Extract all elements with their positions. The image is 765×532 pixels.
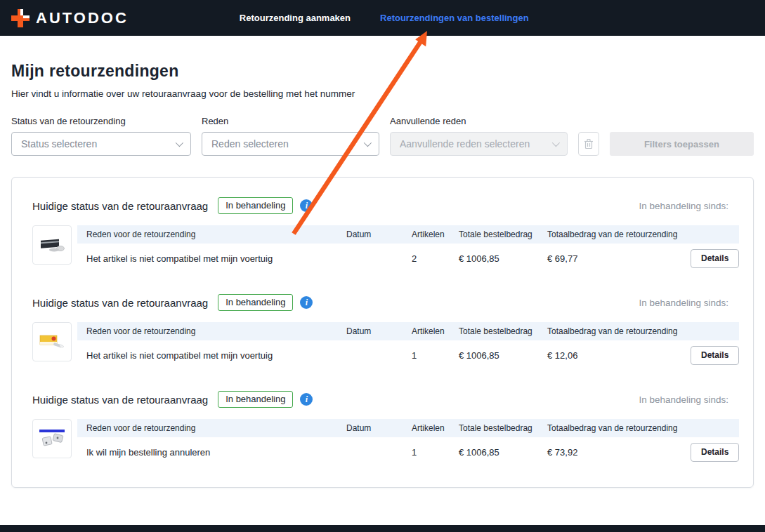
order-total-value: € 1006,85	[459, 447, 547, 458]
col-articles: Artikelen	[412, 423, 459, 433]
return-table-row: Het artikel is niet compatibel met mijn …	[77, 244, 739, 273]
status-label: Huidige status van de retouraanvraag	[32, 297, 208, 309]
since-label: In behandeling sinds:	[639, 394, 728, 405]
filter-group-status: Status van de retourzending Status selec…	[11, 116, 191, 156]
reason-value: Het artikel is niet compatibel met mijn …	[77, 253, 346, 264]
return-total-value: € 73,92	[547, 447, 691, 458]
reason-value: Het artikel is niet compatibel met mijn …	[77, 350, 346, 361]
top-header-bar: AUTODOC Retourzending aanmaken Retourzen…	[0, 0, 765, 36]
status-filter-label: Status van de retourzending	[11, 116, 191, 126]
nav-link-returns-of-orders[interactable]: Retourzendingen van bestellingen	[380, 13, 529, 23]
autodoc-plus-icon	[11, 9, 30, 27]
returns-list-card: Huidige status van de retouraanvraag In …	[11, 177, 754, 488]
reason-value: Ik wil mijn bestelling annuleren	[77, 447, 346, 458]
details-button[interactable]: Details	[691, 443, 739, 462]
return-entry-header: Huidige status van de retouraanvraag In …	[32, 197, 753, 214]
chevron-down-icon	[176, 139, 183, 147]
chevron-down-icon	[364, 139, 372, 147]
reason-select-value: Reden selecteren	[211, 138, 289, 149]
reason-select[interactable]: Reden selecteren	[202, 132, 379, 156]
product-thumbnail-brake-pads-box	[32, 225, 72, 265]
footer-bar	[0, 525, 765, 532]
return-table: Reden voor de retourzending Datum Artike…	[77, 419, 739, 467]
return-entry-body: Reden voor de retourzending Datum Artike…	[32, 225, 753, 273]
trash-icon	[584, 138, 594, 149]
product-thumbnail-spark-plug-box	[32, 322, 72, 361]
status-badge: In behandeling	[218, 294, 293, 311]
col-date: Datum	[346, 326, 412, 336]
additional-reason-select-value: Aanvullende reden selecteren	[400, 138, 530, 149]
col-articles: Artikelen	[412, 230, 459, 239]
status-label: Huidige status van de retouraanvraag	[32, 394, 208, 406]
col-order-total: Totale bestelbedrag	[459, 423, 547, 433]
order-total-value: € 1006,85	[459, 350, 547, 361]
additional-reason-filter-label: Aanvullende reden	[390, 116, 568, 126]
reason-filter-label: Reden	[202, 116, 379, 126]
filters-bar: Status van de retourzending Status selec…	[11, 116, 754, 156]
return-total-value: € 69,77	[547, 253, 691, 264]
since-label: In behandeling sinds:	[639, 201, 728, 211]
return-entry: Huidige status van de retouraanvraag In …	[32, 197, 753, 273]
articles-value: 1	[412, 447, 459, 458]
nav-link-create-return[interactable]: Retourzending aanmaken	[240, 13, 351, 23]
return-entry-body: Reden voor de retourzending Datum Artike…	[32, 419, 753, 467]
return-table-header: Reden voor de retourzending Datum Artike…	[77, 225, 739, 244]
col-return-total: Totaalbedrag van de retourzending	[547, 230, 691, 239]
brand-name: AUTODOC	[36, 9, 129, 27]
col-return-total: Totaalbedrag van de retourzending	[547, 423, 691, 433]
return-entry: Huidige status van de retouraanvraag In …	[32, 294, 753, 370]
clear-filters-button[interactable]	[578, 132, 599, 156]
page-subtitle: Hier vindt u informatie over uw retouraa…	[11, 88, 754, 99]
return-table-row: Ik wil mijn bestelling annuleren 1 € 100…	[77, 437, 739, 467]
page-title: Mijn retourzendingen	[11, 62, 754, 81]
col-order-total: Totale bestelbedrag	[459, 230, 547, 239]
additional-reason-select[interactable]: Aanvullende reden selecteren	[390, 132, 568, 156]
return-entry-header: Huidige status van de retouraanvraag In …	[32, 294, 753, 311]
chevron-down-icon	[552, 139, 560, 147]
col-articles: Artikelen	[412, 326, 459, 336]
filter-group-additional-reason: Aanvullende reden Aanvullende reden sele…	[390, 116, 568, 156]
info-icon[interactable]: i	[300, 296, 313, 309]
col-reason: Reden voor de retourzending	[77, 423, 346, 433]
details-button[interactable]: Details	[691, 249, 739, 268]
filter-group-reason: Reden Reden selecteren	[202, 116, 379, 156]
status-badge: In behandeling	[218, 391, 293, 408]
return-table: Reden voor de retourzending Datum Artike…	[77, 225, 739, 273]
return-table-row: Het artikel is niet compatibel met mijn …	[77, 340, 739, 370]
return-table-header: Reden voor de retourzending Datum Artike…	[77, 419, 739, 437]
articles-value: 2	[412, 253, 459, 264]
status-badge: In behandeling	[218, 197, 293, 214]
return-entry: Huidige status van de retouraanvraag In …	[32, 391, 753, 467]
details-button[interactable]: Details	[691, 346, 739, 365]
col-date: Datum	[346, 423, 412, 433]
status-label: Huidige status van de retouraanvraag	[32, 200, 208, 212]
return-entry-header: Huidige status van de retouraanvraag In …	[32, 391, 753, 408]
return-table: Reden voor de retourzending Datum Artike…	[77, 322, 739, 370]
product-thumbnail-brake-caliper-parts	[32, 419, 72, 458]
return-entry-body: Reden voor de retourzending Datum Artike…	[32, 322, 753, 370]
top-navigation: Retourzending aanmaken Retourzendingen v…	[240, 13, 529, 23]
return-total-value: € 12,06	[547, 350, 691, 361]
apply-filters-button[interactable]: Filters toepassen	[610, 132, 754, 156]
return-table-header: Reden voor de retourzending Datum Artike…	[77, 322, 739, 340]
col-reason: Reden voor de retourzending	[77, 326, 346, 336]
info-icon[interactable]: i	[300, 199, 313, 212]
col-reason: Reden voor de retourzending	[77, 230, 346, 239]
col-order-total: Totale bestelbedrag	[459, 326, 547, 336]
autodoc-logo[interactable]: AUTODOC	[11, 9, 129, 27]
status-select-value: Status selecteren	[21, 138, 97, 149]
main-content: Mijn retourzendingen Hier vindt u inform…	[0, 62, 765, 156]
since-label: In behandeling sinds:	[639, 298, 728, 308]
col-return-total: Totaalbedrag van de retourzending	[547, 326, 691, 336]
info-icon[interactable]: i	[300, 393, 313, 406]
articles-value: 1	[412, 350, 459, 361]
order-total-value: € 1006,85	[459, 253, 547, 264]
col-date: Datum	[346, 230, 412, 239]
status-select[interactable]: Status selecteren	[11, 132, 191, 156]
